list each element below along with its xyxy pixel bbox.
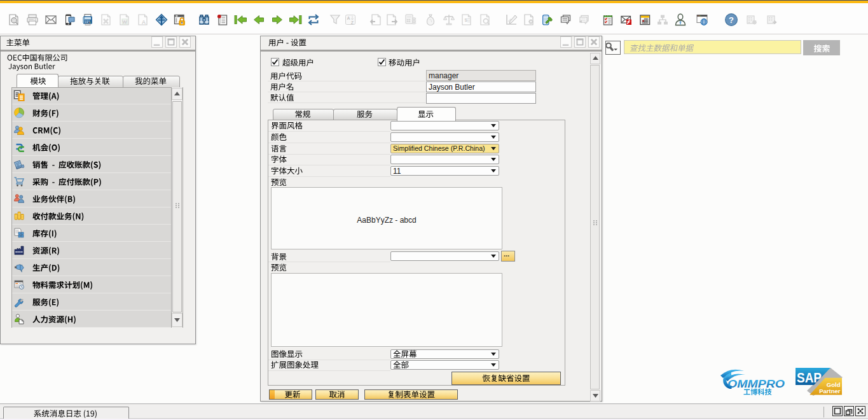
svg-text:SAP: SAP	[797, 370, 822, 386]
svg-text:A: A	[142, 19, 146, 25]
svg-text:OMMPRO: OMMPRO	[727, 378, 785, 389]
svg-text:A: A	[347, 16, 350, 20]
svg-text:$: $	[465, 17, 468, 23]
svg-text:Z: Z	[351, 20, 354, 25]
svg-text:Partner: Partner	[819, 388, 841, 395]
svg-text:W: W	[122, 19, 127, 25]
svg-text:?: ?	[729, 15, 734, 25]
